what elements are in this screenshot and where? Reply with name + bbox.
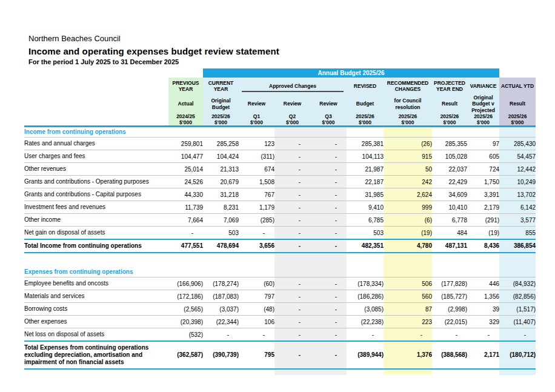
- sub-review-q2: Review: [274, 95, 310, 113]
- value-cell: 767: [239, 188, 274, 201]
- value-cell: 104,424: [203, 150, 239, 163]
- col-previous-year: PREVIOUS YEAR: [168, 78, 203, 95]
- value-cell: 39: [467, 303, 499, 316]
- col-recommended-changes: RECOMMENDED CHANGES: [384, 78, 432, 95]
- period-label: 2025/26: [432, 113, 467, 119]
- row-label: Other expenses: [24, 316, 168, 328]
- section-header-row: Income from continuing operations: [24, 127, 536, 138]
- empty-cell: [274, 253, 310, 267]
- unit-cell: Q1$'000: [239, 113, 274, 127]
- value-cell: -: [274, 176, 310, 188]
- value-cell: 855: [499, 227, 536, 239]
- empty-cell: [467, 127, 499, 138]
- value-cell: (22,015): [432, 316, 467, 328]
- value-cell: 560: [384, 290, 432, 303]
- table-row: Net gain on disposal of assets-503---503…: [24, 227, 536, 239]
- empty-cell: [347, 127, 384, 138]
- value-cell: -: [274, 163, 310, 176]
- total-value-cell: 386,854: [499, 239, 536, 253]
- value-cell: -: [274, 214, 310, 227]
- value-cell: 20,679: [203, 176, 239, 188]
- value-cell: -: [239, 227, 274, 239]
- value-cell: (166,906): [168, 277, 203, 290]
- value-cell: -: [310, 176, 347, 188]
- empty-cell: [499, 127, 536, 138]
- value-cell: 3,391: [467, 188, 499, 201]
- document-header: Northern Beaches Council Income and oper…: [28, 34, 279, 65]
- value-cell: (186,286): [347, 290, 384, 303]
- empty-cell: [274, 369, 310, 375]
- value-cell: 22,037: [432, 163, 467, 176]
- value-cell: -: [203, 328, 239, 341]
- unit-cell: 2025/26$'000: [499, 113, 536, 127]
- value-cell: (22,238): [347, 316, 384, 328]
- value-cell: 506: [384, 277, 432, 290]
- value-cell: (172,186): [168, 290, 203, 303]
- value-cell: (311): [239, 150, 274, 163]
- value-cell: 999: [384, 201, 432, 214]
- value-cell: 21,987: [347, 163, 384, 176]
- value-cell: -: [310, 214, 347, 227]
- sub-original-budget: Original Budget: [203, 95, 239, 113]
- total-value-cell: -: [310, 239, 347, 253]
- value-cell: -: [467, 328, 499, 341]
- empty-cell: [384, 253, 432, 267]
- value-cell: -: [310, 290, 347, 303]
- unit-label: $'000: [467, 119, 499, 125]
- value-cell: -: [274, 201, 310, 214]
- total-value-cell: 477,551: [168, 239, 203, 253]
- empty-cell: [239, 267, 274, 277]
- unit-label: $'000: [310, 119, 347, 125]
- total-value-cell: 1,376: [384, 341, 432, 369]
- value-cell: 10,410: [432, 201, 467, 214]
- unit-label: $'000: [239, 119, 274, 125]
- table-row: Materials and services(172,186)(187,083)…: [24, 290, 536, 303]
- value-cell: 6,778: [432, 214, 467, 227]
- value-cell: -: [274, 316, 310, 328]
- value-cell: 724: [467, 163, 499, 176]
- value-cell: 242: [384, 176, 432, 188]
- total-value-cell: 478,694: [203, 239, 239, 253]
- banner-row: Annual Budget 2025/26: [24, 68, 536, 78]
- empty-cell: [274, 127, 310, 138]
- value-cell: 105,028: [432, 150, 467, 163]
- total-row: Total Income from continuing operations4…: [24, 239, 536, 253]
- value-cell: 11,739: [168, 201, 203, 214]
- total-row: Total Expenses from continuing operation…: [24, 341, 536, 369]
- value-cell: 54,457: [499, 150, 536, 163]
- value-cell: 446: [467, 277, 499, 290]
- unit-cell: 2025/26$'000: [467, 113, 499, 127]
- value-cell: -: [274, 290, 310, 303]
- total-value-cell: -: [310, 341, 347, 369]
- value-cell: 674: [239, 163, 274, 176]
- value-cell: (11,407): [499, 316, 536, 328]
- col-current-year: CURRENT YEAR: [203, 78, 239, 95]
- total-value-cell: (390,739): [203, 341, 239, 369]
- empty-cell: [168, 253, 203, 267]
- empty-cell: [203, 127, 239, 138]
- empty-cell: [384, 127, 432, 138]
- value-cell: -: [310, 227, 347, 239]
- value-cell: 223: [384, 316, 432, 328]
- value-cell: -: [499, 328, 536, 341]
- empty-cell: [310, 267, 347, 277]
- table-row: Investment fees and revenues11,7398,2311…: [24, 201, 536, 214]
- sub-council-resolution: for Council resolution: [384, 95, 432, 113]
- value-cell: 22,429: [432, 176, 467, 188]
- value-cell: 13,702: [499, 188, 536, 201]
- value-cell: (19): [467, 227, 499, 239]
- value-cell: 31,218: [203, 188, 239, 201]
- sub-result-ytd: Result: [499, 95, 536, 113]
- col-variance: VARIANCE: [467, 78, 499, 95]
- total-value-cell: 487,131: [432, 239, 467, 253]
- total-label: Total Expenses from continuing operation…: [24, 341, 168, 369]
- value-cell: 285,355: [432, 138, 467, 150]
- sub-result: Result: [432, 95, 467, 113]
- value-cell: 2,179: [467, 201, 499, 214]
- value-cell: 285,430: [499, 138, 536, 150]
- period-label: 2025/26: [203, 113, 239, 119]
- section-header-row: Expenses from continuing operations: [24, 267, 536, 277]
- page: Northern Beaches Council Income and oper…: [0, 0, 555, 392]
- col-projected-year-end: PROJECTED YEAR END: [432, 78, 467, 95]
- value-cell: -: [310, 188, 347, 201]
